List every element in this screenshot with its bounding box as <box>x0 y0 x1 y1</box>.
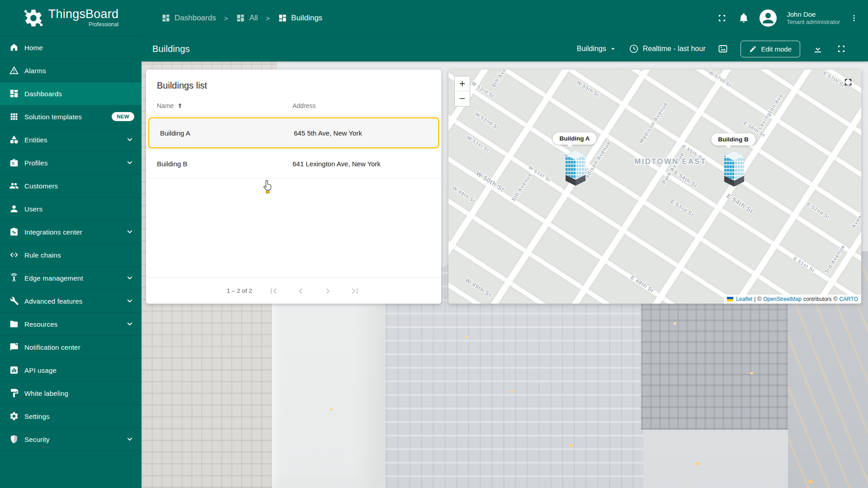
breadcrumb-separator: > <box>222 14 231 22</box>
sidebar-item-resources[interactable]: Resources <box>0 313 142 336</box>
sidebar-item-alarms[interactable]: Alarms <box>0 59 142 82</box>
sidebar-item-dashboards[interactable]: Dashboards <box>0 82 142 105</box>
carto-link[interactable]: CARTO <box>839 296 858 302</box>
edit-mode-button[interactable]: Edit mode <box>741 41 800 57</box>
sidebar-item-customers[interactable]: Customers <box>0 174 142 197</box>
first-page-icon[interactable] <box>268 285 279 297</box>
table-header: Name Address <box>146 95 441 116</box>
leaflet-map[interactable]: W 53rd StW 55th StW 57th StE 57th StE 56… <box>448 70 861 304</box>
breadcrumb-item-dashboards[interactable]: Dashboards <box>161 14 216 23</box>
chevron-down-icon <box>125 227 134 236</box>
timewindow-button[interactable]: Realtime - last hour <box>629 44 706 54</box>
map-widget[interactable]: W 53rd StW 55th StW 57th StE 57th StE 56… <box>448 70 861 304</box>
chevron-down-icon <box>125 273 134 282</box>
notification-bubble-icon <box>9 342 19 352</box>
map-marker-label-building-a[interactable]: Building A <box>553 132 597 145</box>
sidebar-item-profiles[interactable]: Profiles <box>0 151 142 174</box>
sidebar-item-users[interactable]: Users <box>0 197 142 221</box>
kebab-menu-icon[interactable] <box>850 12 858 24</box>
zoom-in-button[interactable]: + <box>455 76 470 91</box>
sidebar-item-integrations-center[interactable]: Integrations center <box>0 221 142 244</box>
sidebar-item-label: Entities <box>24 136 47 144</box>
sidebar-item-label: Users <box>24 205 42 213</box>
sidebar-item-edge-management[interactable]: Edge management <box>0 267 142 290</box>
chevron-down-icon <box>125 319 134 328</box>
sidebar-item-solution-templates[interactable]: Solution templatesNEW <box>0 105 142 128</box>
osm-link[interactable]: OpenStreetMap <box>763 296 802 302</box>
sidebar-item-label: Integrations center <box>24 228 82 236</box>
sidebar-item-label: Resources <box>24 320 58 328</box>
next-page-icon[interactable] <box>322 285 334 297</box>
brand-logo[interactable]: ThingsBoard Professional <box>0 0 142 36</box>
table-row-building-b[interactable]: Building B641 Lexington Ave, New York <box>146 150 441 178</box>
column-header-address[interactable]: Address <box>292 102 316 109</box>
sidebar-item-notification-center[interactable]: Notification center <box>0 336 142 359</box>
rule-chain-icon <box>9 250 19 260</box>
table-row-building-a[interactable]: Building A645 5th Ave, New York <box>148 117 439 148</box>
thingsboard-logo-icon <box>23 8 44 28</box>
gear-icon <box>9 411 19 421</box>
sidebar-item-settings[interactable]: Settings <box>0 405 142 428</box>
sidebar-item-label: Profiles <box>24 159 48 167</box>
dashboard-image-icon[interactable] <box>717 43 729 55</box>
sidebar-item-security[interactable]: Security <box>0 428 142 451</box>
sidebar-item-white-labeling[interactable]: White labeling <box>0 382 142 405</box>
integration-icon <box>9 227 19 237</box>
user-menu[interactable]: John Doe Tenant administrator <box>787 10 840 26</box>
mouse-cursor-hand <box>263 179 274 194</box>
map-marker-label-building-b[interactable]: Building B <box>711 133 755 145</box>
sidebar-item-label: Settings <box>24 413 50 420</box>
page-title: Buildings <box>152 44 190 54</box>
sidebar-item-api-usage[interactable]: API usage <box>0 359 142 382</box>
sidebar: ThingsBoard Professional HomeAlarmsDashb… <box>0 0 142 488</box>
thingsboard-app: ThingsBoard Professional HomeAlarmsDashb… <box>0 0 868 488</box>
apps-grid-icon <box>9 112 19 122</box>
chevron-down-icon <box>125 135 134 144</box>
cell-name: Building B <box>157 160 292 168</box>
fullscreen-icon[interactable] <box>716 12 728 24</box>
sidebar-item-label: Solution templates <box>24 113 82 121</box>
widget-title: Buildings list <box>146 70 441 95</box>
dashboard-icon <box>278 14 287 23</box>
edit-mode-label: Edit mode <box>761 45 792 53</box>
column-header-name[interactable]: Name <box>157 102 292 109</box>
dashboard-content: Buildings list Name Address Building A64… <box>142 61 868 488</box>
ukraine-flag-icon <box>727 297 733 301</box>
paint-icon <box>9 388 19 398</box>
user-avatar[interactable] <box>760 9 777 27</box>
sidebar-item-label: Notification center <box>24 343 80 351</box>
breadcrumb-separator: > <box>263 14 273 22</box>
chevron-down-icon <box>125 435 134 444</box>
building-3d-marker-icon[interactable] <box>724 151 744 192</box>
shield-icon <box>9 434 19 444</box>
sidebar-item-label: Rule chains <box>24 251 61 259</box>
sidebar-item-home[interactable]: Home <box>0 36 142 59</box>
antenna-icon <box>9 273 19 283</box>
sort-arrow-up-icon <box>176 102 184 109</box>
folder-icon <box>9 319 19 329</box>
brand-edition: Professional <box>89 21 118 28</box>
breadcrumb-item-buildings[interactable]: Buildings <box>278 14 322 23</box>
dashboard-state-select[interactable]: Buildings <box>577 45 617 53</box>
sidebar-item-advanced-features[interactable]: Advanced features <box>0 290 142 313</box>
last-page-icon[interactable] <box>349 285 361 297</box>
table-paginator: 1 – 2 of 2 <box>146 277 441 304</box>
breadcrumb-item-all[interactable]: All <box>236 14 258 23</box>
people-icon <box>9 181 19 191</box>
toolbar-fullscreen-icon[interactable] <box>835 43 847 55</box>
map-zoom-control: + − <box>454 76 470 107</box>
buildings-list-widget: Buildings list Name Address Building A64… <box>146 70 441 304</box>
notifications-bell-icon[interactable] <box>738 12 750 24</box>
zoom-out-button[interactable]: − <box>455 91 470 106</box>
dashboard-icon <box>9 89 19 99</box>
sidebar-item-label: Edge management <box>24 274 83 282</box>
sidebar-item-entities[interactable]: Entities <box>0 128 142 151</box>
building-3d-marker-icon[interactable] <box>566 150 585 191</box>
dashboard-icon <box>161 14 170 23</box>
sidebar-nav: HomeAlarmsDashboardsSolution templatesNE… <box>0 36 142 451</box>
sidebar-item-rule-chains[interactable]: Rule chains <box>0 244 142 267</box>
leaflet-link[interactable]: Leaflet <box>736 296 752 302</box>
map-fullscreen-icon[interactable] <box>843 77 853 87</box>
download-icon[interactable] <box>812 43 824 55</box>
prev-page-icon[interactable] <box>295 285 307 297</box>
